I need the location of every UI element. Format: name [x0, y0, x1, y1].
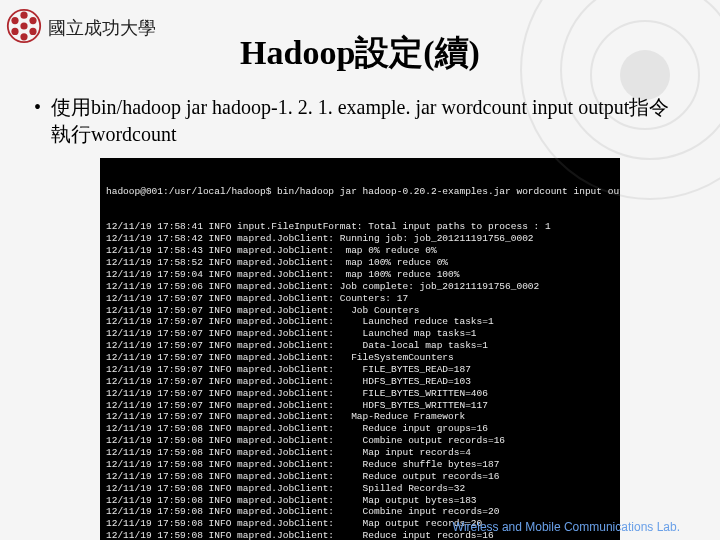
terminal-line: 12/11/19 17:59:07 INFO mapred.JobClient:… — [106, 305, 614, 317]
terminal-line: 12/11/19 17:59:07 INFO mapred.JobClient:… — [106, 328, 614, 340]
terminal-line: 12/11/19 17:59:08 INFO mapred.JobClient:… — [106, 471, 614, 483]
terminal-line: 12/11/19 17:59:07 INFO mapred.JobClient:… — [106, 411, 614, 423]
terminal-line: 12/11/19 17:59:07 INFO mapred.JobClient:… — [106, 316, 614, 328]
terminal-line: 12/11/19 17:59:08 INFO mapred.JobClient:… — [106, 459, 614, 471]
terminal-line: 12/11/19 17:59:07 INFO mapred.JobClient:… — [106, 364, 614, 376]
svg-point-4 — [29, 28, 36, 35]
svg-point-7 — [11, 17, 18, 24]
bullet-dot-icon: • — [34, 94, 41, 148]
ncku-logo-icon — [6, 8, 42, 48]
terminal-prompt-line: hadoop@001:/usr/local/hadoop$ bin/hadoop… — [106, 186, 614, 198]
terminal-line: 12/11/19 17:59:07 INFO mapred.JobClient:… — [106, 376, 614, 388]
svg-point-5 — [20, 33, 27, 40]
footer-lab-name: Wireless and Mobile Communications Lab. — [453, 520, 680, 534]
svg-point-6 — [11, 28, 18, 35]
svg-point-3 — [29, 17, 36, 24]
bullet-text: 使用bin/hadoop jar hadoop-1. 2. 1. example… — [51, 94, 686, 148]
terminal-line: 12/11/19 17:59:07 INFO mapred.JobClient:… — [106, 352, 614, 364]
bullet-item: • 使用bin/hadoop jar hadoop-1. 2. 1. examp… — [34, 94, 686, 148]
terminal-line: 12/11/19 17:59:08 INFO mapred.JobClient:… — [106, 447, 614, 459]
svg-point-1 — [20, 22, 27, 29]
terminal-line: 12/11/19 17:59:07 INFO mapred.JobClient:… — [106, 388, 614, 400]
terminal-line: 12/11/19 17:59:04 INFO mapred.JobClient:… — [106, 269, 614, 281]
terminal-line: 12/11/19 17:59:06 INFO mapred.JobClient:… — [106, 281, 614, 293]
terminal-line: 12/11/19 17:59:07 INFO mapred.JobClient:… — [106, 293, 614, 305]
university-name: 國立成功大學 — [48, 16, 156, 40]
terminal-line: 12/11/19 17:59:08 INFO mapred.JobClient:… — [106, 435, 614, 447]
terminal-line: 12/11/19 17:58:41 INFO input.FileInputFo… — [106, 221, 614, 233]
terminal-line: 12/11/19 17:58:43 INFO mapred.JobClient:… — [106, 245, 614, 257]
terminal-line: 12/11/19 17:59:08 INFO mapred.JobClient:… — [106, 483, 614, 495]
terminal-line: 12/11/19 17:59:07 INFO mapred.JobClient:… — [106, 400, 614, 412]
terminal-line: 12/11/19 17:59:08 INFO mapred.JobClient:… — [106, 495, 614, 507]
university-logo-block: 國立成功大學 — [6, 8, 156, 48]
terminal-line: 12/11/19 17:58:52 INFO mapred.JobClient:… — [106, 257, 614, 269]
terminal-line: 12/11/19 17:59:08 INFO mapred.JobClient:… — [106, 423, 614, 435]
terminal-line: 12/11/19 17:59:07 INFO mapred.JobClient:… — [106, 340, 614, 352]
terminal-output: hadoop@001:/usr/local/hadoop$ bin/hadoop… — [100, 158, 620, 540]
terminal-line: 12/11/19 17:58:42 INFO mapred.JobClient:… — [106, 233, 614, 245]
terminal-line: 12/11/19 17:59:08 INFO mapred.JobClient:… — [106, 506, 614, 518]
svg-point-2 — [20, 12, 27, 19]
